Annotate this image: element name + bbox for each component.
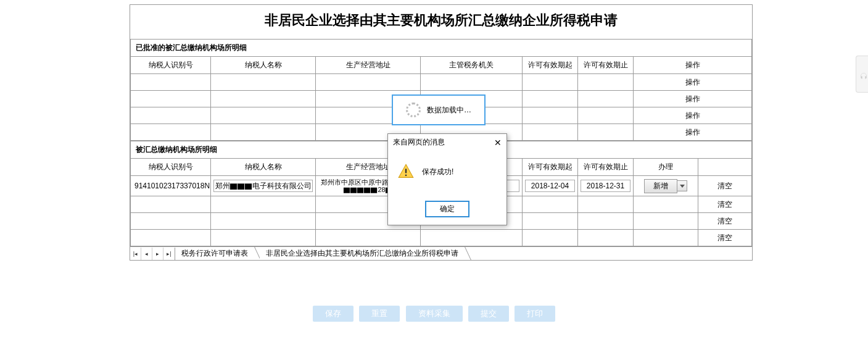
loading-overlay: 数据加载中… (392, 94, 486, 125)
table-row: 清空 (131, 230, 752, 246)
date-to-input[interactable] (581, 180, 630, 192)
tab-application[interactable]: 非居民企业选择由其主要机构场所汇总缴纳企业所得税申请 (260, 247, 465, 260)
op-link[interactable]: 操作 (685, 128, 700, 136)
nav-first-icon[interactable]: |◂ (130, 248, 141, 260)
op-link[interactable]: 操作 (685, 94, 700, 103)
col-id: 纳税人识别号 (131, 57, 211, 74)
handle-dropdown[interactable]: 新增 (636, 179, 695, 193)
col-op: 操作 (634, 57, 752, 74)
collect-button[interactable]: 资料采集 (406, 306, 463, 322)
reset-button[interactable]: 重置 (359, 306, 400, 322)
headset-icon (859, 72, 868, 81)
col-to: 许可有效期止 (578, 159, 634, 176)
col-to: 许可有效期止 (578, 57, 634, 74)
loading-text: 数据加载中… (427, 105, 471, 115)
save-button[interactable]: 保存 (313, 306, 353, 322)
col-from: 许可有效期起 (523, 57, 578, 74)
handle-value: 新增 (644, 179, 677, 193)
ok-button[interactable]: 确定 (425, 201, 469, 217)
col-blank (698, 159, 752, 176)
col-addr: 生产经营地址 (316, 57, 421, 74)
sheet-tabs: |◂ ◂ ▸ ▸| 税务行政许可申请表 非居民企业选择由其主要机构场所汇总缴纳企… (130, 246, 752, 260)
col-handle: 办理 (634, 159, 698, 176)
section1-header: 已批准的被汇总缴纳机构场所明细 (131, 40, 752, 57)
submit-button[interactable]: 提交 (468, 306, 509, 322)
col-name: 纳税人名称 (211, 159, 316, 176)
date-from-input[interactable] (525, 180, 575, 192)
clear-link[interactable]: 清空 (717, 233, 732, 242)
dialog-title-text: 来自网页的消息 (393, 137, 445, 148)
table-row: 操作 (131, 74, 752, 91)
close-icon[interactable]: ✕ (494, 138, 502, 148)
tab-permit-form[interactable]: 税务行政许可申请表 (175, 247, 255, 260)
side-helper[interactable] (856, 56, 868, 93)
op-link[interactable]: 操作 (685, 111, 700, 120)
chevron-down-icon (677, 180, 687, 191)
nav-prev-icon[interactable]: ◂ (141, 248, 152, 260)
spinner-icon (406, 103, 421, 117)
print-button[interactable]: 打印 (515, 306, 555, 322)
dialog-message: 保存成功! (422, 167, 453, 177)
cell-id: 91410102317337018N (131, 176, 211, 196)
approved-table: 已批准的被汇总缴纳机构场所明细 纳税人识别号 纳税人名称 生产经营地址 主管税务… (130, 39, 752, 141)
col-from: 许可有效期起 (523, 159, 578, 176)
message-dialog: 来自网页的消息 ✕ 保存成功! 确定 (387, 133, 507, 225)
page-title: 非居民企业选择由其主要机构场所汇总缴纳企业所得税申请 (130, 5, 752, 39)
nav-next-icon[interactable]: ▸ (152, 248, 163, 260)
col-id: 纳税人识别号 (131, 159, 211, 176)
nav-last-icon[interactable]: ▸| (163, 248, 175, 260)
name-input[interactable] (213, 180, 313, 192)
clear-link[interactable]: 清空 (717, 182, 732, 190)
col-auth: 主管税务机关 (421, 57, 523, 74)
col-name: 纳税人名称 (211, 57, 316, 74)
action-bar: 保存 重置 资料采集 提交 打印 (0, 306, 868, 322)
svg-rect-1 (405, 175, 407, 176)
clear-link[interactable]: 清空 (717, 200, 732, 209)
svg-rect-0 (405, 169, 407, 173)
warning-icon (397, 163, 415, 180)
clear-link[interactable]: 清空 (717, 217, 732, 225)
op-link[interactable]: 操作 (685, 78, 700, 86)
